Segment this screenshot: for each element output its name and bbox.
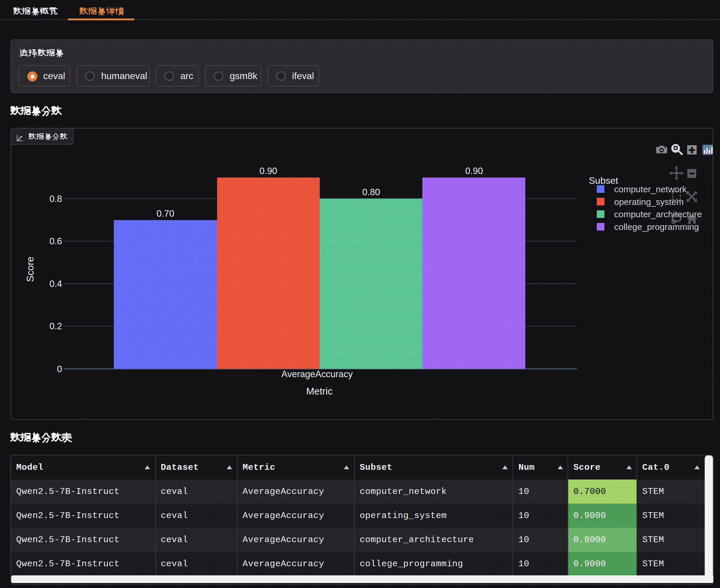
svg-text:0.90: 0.90	[260, 166, 277, 176]
svg-text:0.70: 0.70	[157, 208, 174, 219]
svg-text:operating_system: operating_system	[614, 197, 684, 207]
svg-text:0.2: 0.2	[49, 321, 62, 331]
svg-text:0.80: 0.80	[362, 187, 380, 197]
svg-text:0: 0	[57, 364, 62, 374]
svg-text:computer_network: computer_network	[614, 184, 687, 194]
svg-text:0.90: 0.90	[465, 166, 483, 176]
svg-text:college_programming: college_programming	[614, 222, 699, 232]
svg-text:0.6: 0.6	[49, 236, 62, 246]
svg-text:AverageAccuracy: AverageAccuracy	[282, 369, 353, 379]
svg-text:Score: Score	[25, 257, 36, 282]
svg-text:Subset: Subset	[589, 175, 618, 186]
svg-text:0.8: 0.8	[49, 194, 62, 204]
svg-text:Metric: Metric	[306, 386, 333, 397]
svg-text:0.4: 0.4	[49, 279, 62, 289]
